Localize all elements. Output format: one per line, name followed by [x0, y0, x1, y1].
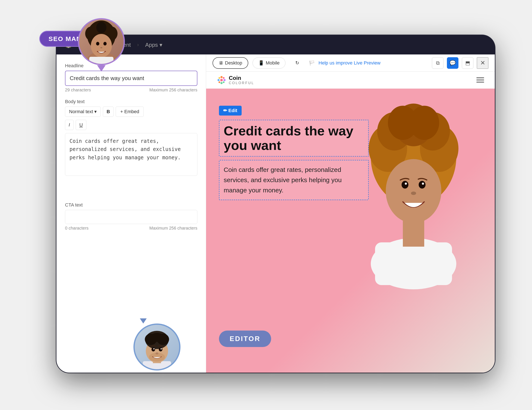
- italic-button[interactable]: I: [65, 120, 74, 130]
- svg-point-6: [96, 22, 106, 33]
- svg-point-12: [220, 79, 223, 81]
- svg-point-45: [150, 333, 164, 342]
- avatar-bottom-pointer-triangle: [140, 319, 180, 324]
- cta-field-group: CTA text 0 characters Maximum 256 charac…: [65, 202, 197, 231]
- flag-icon: 🏳️: [309, 60, 315, 66]
- underline-button[interactable]: U: [76, 120, 86, 130]
- editor-panel: Headline 29 characters Maximum 256 chara…: [57, 55, 206, 373]
- hero-headline: Credit cards the way you want: [219, 120, 369, 156]
- normal-text-dropdown[interactable]: Normal text ▾: [65, 107, 101, 117]
- avatar-bottom-container: [133, 319, 180, 371]
- logo-text: Coin COLORFUL: [229, 75, 254, 85]
- mobile-icon: 📱: [258, 60, 264, 66]
- svg-point-19: [218, 81, 220, 83]
- comment-icon-button[interactable]: 💬: [447, 57, 458, 69]
- site-navbar: Coin COLORFUL: [206, 72, 495, 89]
- svg-point-10: [100, 47, 102, 48]
- avatar-top-image: [79, 18, 124, 65]
- avatar-top-pointer: [97, 65, 106, 72]
- desktop-preview-button[interactable]: 🖥 Desktop: [213, 57, 248, 69]
- device-content: Headline 29 characters Maximum 256 chara…: [57, 55, 495, 373]
- cta-char-count: 0 characters Maximum 256 characters: [65, 226, 197, 231]
- svg-point-31: [409, 106, 439, 140]
- svg-point-16: [223, 79, 226, 81]
- svg-point-37: [411, 191, 416, 195]
- svg-point-18: [223, 77, 225, 79]
- hero-section: ✏ Edit Credit cards the way you want Coi…: [206, 89, 495, 373]
- preview-pane: 🖥 Desktop 📱 Mobile ↻ 🏳️ Help us improve …: [206, 55, 495, 373]
- svg-point-7: [91, 34, 112, 57]
- avatar-bottom: [133, 324, 180, 371]
- help-text-area: 🏳️ Help us improve Live Preview: [309, 60, 381, 66]
- body-text-field-group: Body text Normal text ▾ B + Embed I U: [65, 99, 197, 177]
- headline-input[interactable]: [65, 71, 197, 86]
- svg-point-48: [153, 348, 155, 350]
- svg-point-17: [218, 77, 220, 79]
- close-button[interactable]: ✕: [477, 57, 488, 69]
- nav-apps[interactable]: Apps ▾: [145, 42, 162, 48]
- svg-point-46: [151, 347, 155, 352]
- editor-badge[interactable]: EDITOR: [219, 331, 271, 347]
- svg-point-34: [419, 181, 426, 189]
- logo-icon: [217, 75, 226, 85]
- refresh-icon: ↻: [295, 60, 299, 66]
- preview-actions: ⧉ 💬 ⬒ ✕: [432, 57, 488, 69]
- svg-point-50: [155, 353, 158, 355]
- svg-point-32: [386, 159, 441, 223]
- mobile-preview-button[interactable]: 📱 Mobile: [253, 57, 285, 69]
- body-text-label: Body text: [65, 99, 197, 104]
- website-preview: Coin COLORFUL: [206, 72, 495, 373]
- svg-rect-11: [89, 57, 113, 65]
- body-text-toolbar-2: I U: [65, 120, 197, 130]
- svg-point-8: [96, 42, 99, 46]
- svg-point-33: [402, 181, 408, 189]
- cta-input[interactable]: [65, 210, 197, 224]
- preview-topbar: 🖥 Desktop 📱 Mobile ↻ 🏳️ Help us improve …: [206, 55, 495, 72]
- svg-point-20: [223, 81, 225, 83]
- svg-point-47: [159, 347, 162, 352]
- svg-point-49: [161, 348, 162, 350]
- cta-label: CTA text: [65, 202, 197, 208]
- svg-point-36: [422, 182, 424, 185]
- avatar-bottom-image: [135, 324, 179, 371]
- svg-point-35: [405, 182, 407, 185]
- body-textarea[interactable]: Coin cards offer great rates, personaliz…: [65, 133, 197, 176]
- hero-content: ✏ Edit Credit cards the way you want Coi…: [219, 106, 369, 200]
- svg-point-14: [220, 82, 223, 84]
- svg-rect-22: [375, 242, 452, 285]
- monitor-icon: 🖥: [218, 60, 223, 66]
- svg-point-15: [218, 79, 220, 81]
- external-icon-button[interactable]: ⬒: [462, 57, 473, 69]
- avatar-top: [78, 18, 125, 65]
- embed-button[interactable]: + Embed: [116, 107, 144, 117]
- device-frame: 🏠 Home › 📄 Content › Apps ▾ Headline 29 …: [57, 35, 495, 373]
- hamburger-menu[interactable]: [476, 78, 484, 82]
- edit-badge[interactable]: ✏ Edit: [219, 106, 242, 116]
- headline-char-count: 29 characters Maximum 256 characters: [65, 88, 197, 92]
- bold-button[interactable]: B: [103, 107, 114, 117]
- svg-point-9: [103, 42, 106, 46]
- svg-point-13: [220, 76, 223, 78]
- hero-body: Coin cards offer great rates, personaliz…: [219, 160, 369, 200]
- site-logo: Coin COLORFUL: [217, 75, 254, 85]
- spacer: [65, 183, 197, 196]
- refresh-button[interactable]: ↻: [290, 58, 305, 68]
- copy-icon-button[interactable]: ⧉: [432, 57, 444, 69]
- body-text-toolbar: Normal text ▾ B + Embed: [65, 107, 197, 117]
